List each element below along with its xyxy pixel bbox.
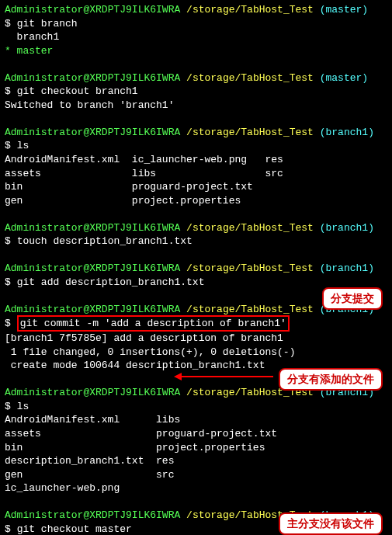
command-line[interactable]: $ ls <box>5 139 387 153</box>
prompt-line: Administrator@XRDPTJ9ILK6IWRA /storage/T… <box>5 71 387 85</box>
prompt-line: Administrator@XRDPTJ9ILK6IWRA /storage/T… <box>5 221 387 235</box>
output-line: assets libs src <box>5 167 387 181</box>
command-line[interactable]: $ git checkout branch1 <box>5 85 387 99</box>
output-line: Switched to branch 'branch1' <box>5 99 387 113</box>
command-line[interactable]: $ git branch <box>5 17 387 31</box>
command-line[interactable]: $ git commit -m 'add a description of br… <box>5 317 387 332</box>
output-line: [branch1 7f5785e] add a description of b… <box>5 332 387 346</box>
output-line: branch1 <box>5 30 387 44</box>
prompt-line: Administrator@XRDPTJ9ILK6IWRA /storage/T… <box>5 126 387 140</box>
output-line: gen project.properties <box>5 194 387 208</box>
output-line: assets proguard-project.txt <box>5 427 387 441</box>
prompt-line: Administrator@XRDPTJ9ILK6IWRA /storage/T… <box>5 262 387 276</box>
highlighted-command: git commit -m 'add a description of bran… <box>17 315 290 332</box>
arrow-icon <box>180 376 273 377</box>
output-line: ic_launcher-web.png <box>5 481 387 495</box>
output-line: 1 file changed, 0 insertions(+), 0 delet… <box>5 346 387 360</box>
output-line: AndroidManifest.xml ic_launcher-web.png … <box>5 153 387 167</box>
callout-master-no-file: 主分支没有该文件 <box>279 512 383 535</box>
command-line[interactable]: $ ls <box>5 400 387 414</box>
callout-added-file: 分支有添加的文件 <box>279 368 383 391</box>
output-line: bin proguard-project.txt <box>5 180 387 194</box>
output-line: * master <box>5 44 387 58</box>
output-line: bin project.properties <box>5 441 387 455</box>
output-line: description_branch1.txt res <box>5 454 387 468</box>
command-line[interactable]: $ touch description_branch1.txt <box>5 234 387 248</box>
prompt-line: Administrator@XRDPTJ9ILK6IWRA /storage/T… <box>5 3 387 17</box>
callout-commit: 分支提交 <box>322 287 383 310</box>
output-line: AndroidManifest.xml libs <box>5 413 387 427</box>
output-line: gen src <box>5 468 387 482</box>
